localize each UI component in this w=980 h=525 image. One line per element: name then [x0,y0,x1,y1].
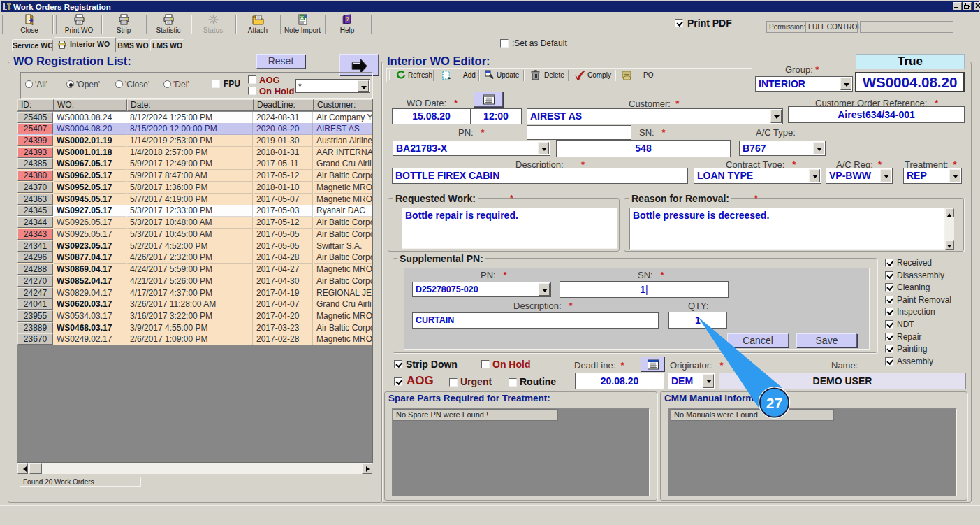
svg-text:?: ? [345,16,349,22]
svg-text:27: 27 [766,395,782,411]
